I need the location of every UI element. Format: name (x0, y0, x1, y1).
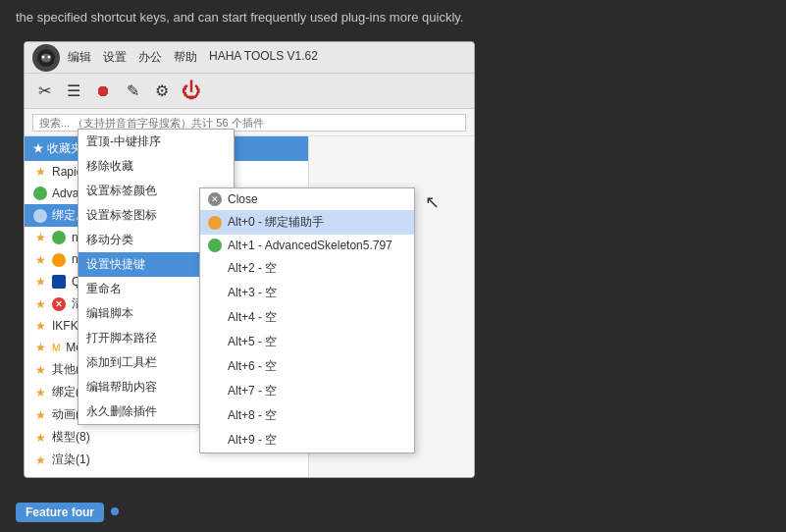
feature-badge: Feature four (16, 503, 104, 522)
ctx-item-top[interactable]: 置顶-中键排序 (79, 130, 234, 154)
toolbar-icon-5[interactable]: ⚙ (150, 80, 174, 103)
empty-icon (208, 409, 222, 423)
close-icon: ✕ (208, 192, 222, 206)
star-icon: ★ (32, 430, 48, 446)
empty-icon (208, 311, 222, 325)
green-dot (52, 231, 66, 244)
green-dot-icon (208, 239, 222, 252)
shortcut-close[interactable]: ✕ Close (200, 188, 414, 210)
empty-icon (208, 360, 222, 374)
svg-point-1 (42, 55, 45, 58)
app-logo (32, 44, 60, 72)
star-icon: ★ (32, 340, 48, 355)
star-icon: ★ (32, 385, 48, 400)
shortcut-alt1[interactable]: Alt+1 - AdvancedSkeleton5.797 (200, 235, 414, 256)
star-icon: ★ (32, 296, 48, 312)
ctx-item-remove[interactable]: 移除收藏 (79, 154, 234, 179)
shortcut-alt4[interactable]: Alt+4 - 空 (200, 305, 414, 330)
app-window: 编辑 设置 办公 帮助 HAHA TOOLS V1.62 ✂ ☰ ⏺ ✎ ⚙ ⏻… (24, 41, 475, 478)
shortcut-alt7[interactable]: Alt+7 - 空 (200, 379, 414, 403)
empty-icon (208, 262, 222, 276)
empty-icon (208, 336, 222, 349)
shortcut-alt9[interactable]: Alt+9 - 空 (200, 428, 414, 452)
shortcut-alt2[interactable]: Alt+2 - 空 (200, 256, 414, 281)
shortcut-alt0[interactable]: Alt+0 - 绑定辅助手 (200, 210, 414, 235)
letter-m-icon: M (52, 343, 60, 353)
menu-office[interactable]: 办公 (138, 49, 162, 66)
star-icon: ★ (32, 164, 48, 180)
shortcut-alt6[interactable]: Alt+6 - 空 (200, 354, 414, 379)
feature-dot (111, 507, 119, 515)
red-icon (32, 208, 48, 224)
shortcut-alt8[interactable]: Alt+8 - 空 (200, 403, 414, 428)
orange-dot (52, 253, 66, 267)
menu-edit[interactable]: 编辑 (68, 49, 91, 66)
star-icon: ★ (32, 452, 48, 468)
toolbar: ✂ ☰ ⏺ ✎ ⚙ ⏻ (25, 74, 474, 109)
svg-point-2 (48, 55, 51, 58)
title-menu: 编辑 设置 办公 帮助 HAHA TOOLS V1.62 (68, 49, 466, 66)
description-text: the specified shortcut keys, and can sta… (0, 0, 786, 39)
star-icon: ★ (32, 362, 48, 378)
orange-dot-icon (208, 216, 222, 230)
toolbar-icon-3[interactable]: ⏺ (91, 80, 115, 103)
star-icon: ★ (32, 318, 48, 334)
menu-title: HAHA TOOLS V1.62 (209, 49, 318, 66)
star-icon: ★ (32, 230, 48, 245)
shortcut-submenu: ✕ Close Alt+0 - 绑定辅助手 Alt+1 - AdvancedSk… (199, 187, 415, 453)
shortcut-alt5[interactable]: Alt+5 - 空 (200, 330, 414, 354)
shortcut-alt3[interactable]: Alt+3 - 空 (200, 281, 414, 305)
empty-icon (208, 434, 222, 448)
star-icon: ★ (32, 274, 48, 290)
toolbar-icon-4[interactable]: ✎ (121, 80, 144, 103)
menu-settings[interactable]: 设置 (103, 49, 127, 66)
empty-icon (208, 385, 222, 399)
title-bar: 编辑 设置 办公 帮助 HAHA TOOLS V1.62 (25, 42, 474, 74)
toolbar-icon-1[interactable]: ✂ (32, 80, 56, 103)
empty-icon (208, 287, 222, 300)
toolbar-icon-2[interactable]: ☰ (62, 80, 85, 103)
menu-help[interactable]: 帮助 (174, 49, 197, 66)
toolbar-icon-6[interactable]: ⏻ (180, 80, 203, 103)
green-icon (32, 186, 48, 201)
star-icon: ★ (32, 407, 48, 423)
star-icon: ★ (32, 252, 48, 268)
blue-square (52, 275, 66, 289)
